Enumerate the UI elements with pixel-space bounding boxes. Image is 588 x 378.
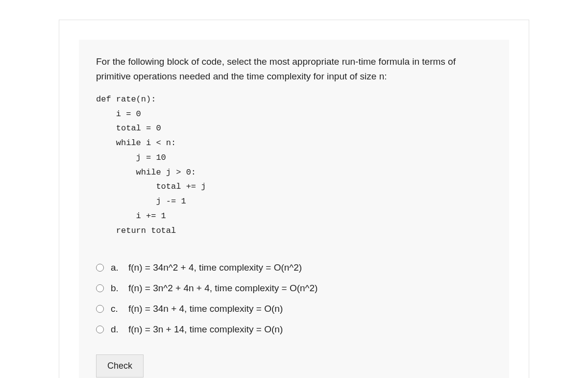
option-a[interactable]: a. f(n) = 34n^2 + 4, time complexity = O… xyxy=(96,257,492,278)
code-block: def rate(n): i = 0 total = 0 while i < n… xyxy=(96,92,492,238)
option-d-radio[interactable] xyxy=(96,326,104,333)
option-letter: d. xyxy=(111,324,122,335)
option-letter: c. xyxy=(111,303,122,314)
option-text: f(n) = 34n^2 + 4, time complexity = O(n^… xyxy=(128,262,302,273)
option-text: f(n) = 3n + 14, time complexity = O(n) xyxy=(128,324,283,335)
check-button[interactable]: Check xyxy=(96,354,144,378)
options-list: a. f(n) = 34n^2 + 4, time complexity = O… xyxy=(96,257,492,340)
question-prompt: For the following block of code, select … xyxy=(96,54,492,84)
option-b-radio[interactable] xyxy=(96,284,104,292)
option-b[interactable]: b. f(n) = 3n^2 + 4n + 4, time complexity… xyxy=(96,278,492,299)
option-letter: b. xyxy=(111,283,122,294)
option-letter: a. xyxy=(111,262,122,273)
option-d[interactable]: d. f(n) = 3n + 14, time complexity = O(n… xyxy=(96,319,492,340)
option-a-radio[interactable] xyxy=(96,264,104,272)
option-c[interactable]: c. f(n) = 34n + 4, time complexity = O(n… xyxy=(96,299,492,319)
option-text: f(n) = 34n + 4, time complexity = O(n) xyxy=(128,303,283,314)
option-text: f(n) = 3n^2 + 4n + 4, time complexity = … xyxy=(128,283,318,294)
option-c-radio[interactable] xyxy=(96,305,104,313)
quiz-container: For the following block of code, select … xyxy=(59,20,529,378)
question-card: For the following block of code, select … xyxy=(79,40,509,378)
